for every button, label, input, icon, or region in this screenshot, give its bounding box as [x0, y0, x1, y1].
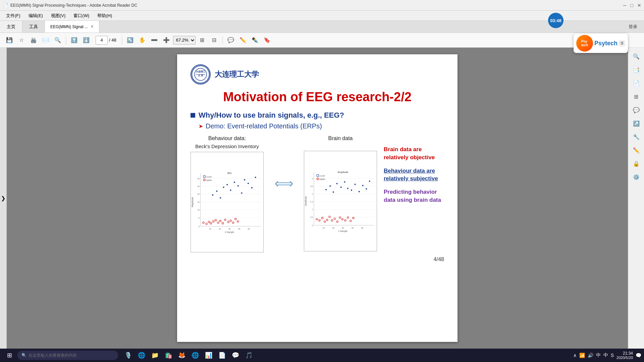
bookmark-button[interactable]: ☆ — [16, 35, 27, 46]
taskbar-app-cortana[interactable]: 🎙️ — [122, 349, 134, 361]
svg-point-47 — [208, 221, 210, 223]
prev-page-button[interactable]: ⬆️ — [69, 35, 79, 46]
zoom-select[interactable]: 67.2% 50% 75% 100% — [173, 36, 196, 45]
minimize-button[interactable]: ─ — [623, 3, 627, 8]
select-tool-button[interactable]: ↖️ — [125, 35, 136, 46]
svg-rect-89 — [333, 191, 334, 193]
taskbar-app-store[interactable]: 🛍️ — [162, 349, 174, 361]
right-chart-svg: 0 0.5 1 1.5 2 2.5 3 Amplitude 10 20 — [304, 151, 377, 251]
svg-text:BDI: BDI — [227, 172, 231, 175]
zoom-in-button[interactable]: ➕ — [161, 35, 172, 46]
left-panel-toggle[interactable]: ❯ — [0, 48, 7, 349]
taskbar-app-edge[interactable]: 🌐 — [136, 349, 148, 361]
svg-point-48 — [210, 223, 212, 224]
taskbar-input-icon[interactable]: 中 — [596, 352, 601, 358]
tab-document[interactable]: EEG(MMN) Signal ... ✕ — [45, 21, 99, 33]
tab-tools[interactable]: 工具 — [22, 21, 45, 33]
svg-rect-44 — [255, 177, 256, 178]
login-button[interactable]: 登录 — [622, 21, 644, 33]
university-name: 大连理工大学 — [215, 69, 259, 79]
svg-point-101 — [319, 220, 320, 221]
taskbar-search-box[interactable]: 🔍 — [17, 351, 118, 360]
svg-point-102 — [321, 217, 323, 219]
tab-close-button[interactable]: ✕ — [91, 24, 94, 29]
taskbar-sogou-icon[interactable]: S — [611, 353, 614, 358]
svg-point-51 — [217, 222, 219, 224]
highlight-button[interactable]: ✏️ — [237, 35, 248, 46]
svg-text:5: 5 — [199, 217, 200, 219]
right-btn-layers[interactable]: ⊞ — [630, 90, 642, 103]
taskbar-app-music[interactable]: 🎵 — [243, 349, 255, 361]
stamp-button[interactable]: 🔖 — [262, 35, 272, 46]
right-btn-security[interactable]: 🔒 — [630, 158, 642, 170]
right-btn-pages[interactable]: 📄 — [630, 77, 642, 89]
svg-rect-97 — [362, 185, 364, 186]
email-button[interactable]: ✉️ — [40, 35, 51, 46]
right-btn-comment[interactable]: 💬 — [630, 104, 642, 116]
menu-file[interactable]: 文件(F) — [3, 12, 24, 19]
taskbar-app-matlab[interactable]: 📊 — [203, 349, 215, 361]
menu-window[interactable]: 窗口(W) — [70, 12, 93, 19]
right-btn-tools[interactable]: 🔧 — [630, 131, 642, 143]
taskbar-notification-icon[interactable]: 🗨️ — [636, 353, 641, 358]
right-btn-share[interactable]: ↗️ — [630, 117, 642, 129]
svg-text:10: 10 — [198, 209, 200, 211]
svg-text:30: 30 — [198, 178, 200, 180]
taskbar-app-wechat[interactable]: 💬 — [229, 349, 241, 361]
svg-rect-93 — [347, 188, 348, 189]
taskbar-lang-icon[interactable]: 中 — [603, 352, 608, 358]
taskbar-app-ie[interactable]: 🌐 — [189, 349, 201, 361]
taskbar-clock[interactable]: 21:34 2020/5/20 — [616, 351, 633, 360]
right-btn-search[interactable]: 🔍 — [630, 50, 642, 62]
taskbar-network-icon[interactable]: 📶 — [579, 353, 585, 358]
taskbar-app-app1[interactable]: 🦊 — [176, 349, 188, 361]
next-page-button[interactable]: ⬇️ — [81, 35, 92, 46]
maximize-button[interactable]: □ — [631, 3, 633, 8]
taskbar-search-input[interactable] — [29, 353, 96, 358]
fit-page-button[interactable]: ⊟ — [209, 35, 220, 46]
svg-text:0: 0 — [199, 226, 200, 228]
psytech-logo: Psytech Psytech 享 — [574, 34, 628, 53]
zoom-out-button[interactable]: ➖ — [149, 35, 160, 46]
taskbar-chevron-icon[interactable]: ∧ — [573, 353, 577, 358]
svg-point-30 — [203, 179, 205, 181]
svg-rect-98 — [366, 188, 367, 190]
print-button[interactable]: 🖨️ — [28, 35, 39, 46]
svg-point-106 — [331, 220, 333, 221]
marquee-zoom-button[interactable]: ⊞ — [197, 35, 208, 46]
taskbar-apps: 🎙️ 🌐 📁 🛍️ 🦊 🌐 📊 📄 💬 🎵 — [122, 349, 255, 361]
annotate-button[interactable]: ✒️ — [250, 35, 260, 46]
page-separator: / 48 — [109, 38, 116, 43]
save-button[interactable]: 💾 — [4, 35, 15, 46]
hand-tool-button[interactable]: ✋ — [137, 35, 148, 46]
window-title: EEG(MMN) Signal Processing-Techniques - … — [10, 3, 623, 8]
svg-text:DEPR: DEPR — [206, 179, 212, 181]
taskbar-search-icon: 🔍 — [21, 353, 26, 358]
svg-rect-43 — [251, 187, 253, 188]
tab-doc-label: EEG(MMN) Signal ... — [50, 24, 88, 29]
svg-point-55 — [227, 221, 229, 223]
svg-rect-32 — [212, 194, 213, 196]
svg-point-54 — [224, 219, 226, 221]
page-input[interactable] — [96, 36, 108, 45]
taskbar-volume-icon[interactable]: 🔊 — [588, 353, 593, 358]
right-btn-settings[interactable]: ⚙️ — [630, 171, 642, 183]
right-btn-pen[interactable]: ✏️ — [630, 144, 642, 156]
svg-rect-92 — [344, 181, 345, 183]
right-btn-bookmark[interactable]: 📑 — [630, 64, 642, 76]
menu-edit[interactable]: 编辑(E) — [25, 12, 46, 19]
close-button[interactable]: ✕ — [637, 3, 641, 8]
tab-home[interactable]: 主页 — [0, 21, 22, 33]
separator-1 — [66, 36, 66, 44]
taskbar-app-explorer[interactable]: 📁 — [149, 349, 161, 361]
svg-text:2.5: 2.5 — [310, 185, 313, 187]
right-panel: 🔍 📑 📄 ⊞ 💬 ↗️ 🔧 ✏️ 🔒 ⚙️ — [628, 48, 644, 349]
svg-text:40: 40 — [238, 228, 240, 230]
start-button[interactable]: ⊞ — [3, 350, 16, 361]
search-button[interactable]: 🔍 — [52, 35, 63, 46]
window-controls[interactable]: ─ □ ✕ — [623, 3, 641, 8]
menu-help[interactable]: 帮助(H) — [94, 12, 115, 19]
taskbar-app-acrobat[interactable]: 📄 — [216, 349, 228, 361]
menu-view[interactable]: 视图(V) — [48, 12, 69, 19]
comment-button[interactable]: 💬 — [225, 35, 236, 46]
